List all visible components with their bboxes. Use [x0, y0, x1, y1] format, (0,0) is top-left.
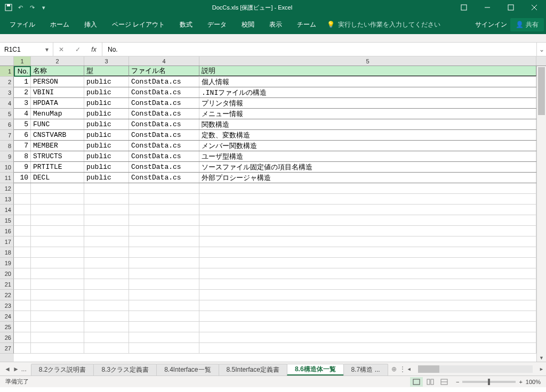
tab-review[interactable]: 校閲 [234, 15, 262, 34]
row-header[interactable]: 21 [0, 279, 14, 290]
cell-area[interactable]: No.名称型ファイル名説明1PERSONpublicConstData.cs個人… [14, 66, 536, 362]
cell[interactable] [129, 322, 199, 332]
sheet-next-icon[interactable]: ► [13, 365, 19, 373]
cell[interactable] [199, 236, 536, 247]
page-break-view-icon[interactable] [438, 377, 451, 387]
cell[interactable]: public [84, 130, 129, 140]
cell[interactable]: ConstData.cs [129, 141, 199, 151]
cell[interactable] [14, 194, 31, 204]
row-header[interactable]: 4 [0, 98, 14, 109]
cell[interactable] [14, 258, 31, 268]
row-header[interactable]: 24 [0, 311, 14, 322]
row-header[interactable]: 6 [0, 119, 14, 130]
cell[interactable] [199, 205, 536, 215]
cell[interactable] [199, 300, 536, 311]
row-header[interactable]: 17 [0, 236, 14, 247]
cell[interactable] [14, 290, 31, 300]
cell[interactable] [129, 183, 199, 193]
cell[interactable]: 個人情報 [199, 77, 536, 87]
cell[interactable]: 4 [14, 109, 31, 119]
cell[interactable] [129, 311, 199, 321]
row-header[interactable]: 3 [0, 87, 14, 98]
cell[interactable] [199, 343, 536, 353]
name-box-dropdown-icon[interactable]: ▾ [45, 46, 49, 53]
column-header[interactable]: 5 [199, 56, 536, 66]
cell[interactable]: ConstData.cs [129, 173, 199, 183]
cell[interactable]: 9 [14, 162, 31, 172]
cell[interactable] [129, 247, 199, 257]
cell[interactable]: ConstData.cs [129, 77, 199, 87]
cell[interactable]: 関数構造 [199, 119, 536, 129]
cell[interactable] [14, 300, 31, 311]
formula-input[interactable]: No. [102, 43, 536, 56]
row-header[interactable]: 7 [0, 130, 14, 141]
cell[interactable] [199, 290, 536, 300]
cell[interactable]: ConstData.cs [129, 162, 199, 172]
cell[interactable]: ConstData.cs [129, 151, 199, 161]
tab-data[interactable]: データ [200, 15, 234, 34]
cell[interactable] [31, 322, 84, 332]
sign-in-link[interactable]: サインイン [475, 20, 507, 29]
zoom-in-button[interactable]: + [519, 379, 522, 385]
cell[interactable] [31, 236, 84, 247]
row-header[interactable]: 18 [0, 247, 14, 258]
tab-page-layout[interactable]: ページ レイアウト [105, 15, 172, 34]
cell[interactable]: 3 [14, 98, 31, 108]
cell[interactable]: CNSTVARB [31, 130, 84, 140]
row-header[interactable]: 19 [0, 258, 14, 268]
row-header[interactable]: 13 [0, 194, 14, 205]
cell[interactable]: プリンタ情報 [199, 98, 536, 108]
cell[interactable] [84, 226, 129, 236]
scroll-down-icon[interactable]: ▼ [537, 354, 546, 362]
row-header[interactable]: 27 [0, 343, 14, 354]
cell[interactable]: ConstData.cs [129, 87, 199, 97]
row-header[interactable]: 16 [0, 226, 14, 236]
cell[interactable]: public [84, 151, 129, 161]
cell[interactable] [31, 332, 84, 342]
cell[interactable]: No. [14, 66, 31, 76]
tab-view[interactable]: 表示 [262, 15, 290, 34]
cell[interactable] [31, 311, 84, 321]
cancel-icon[interactable]: ✕ [59, 46, 64, 53]
cell[interactable] [31, 300, 84, 311]
zoom-knob[interactable] [488, 379, 490, 385]
cell[interactable]: HPDATA [31, 98, 84, 108]
cell[interactable] [84, 236, 129, 247]
hscroll-track[interactable] [418, 365, 533, 373]
zoom-out-button[interactable]: − [456, 379, 459, 385]
row-header[interactable]: 23 [0, 300, 14, 311]
cell[interactable]: ユーザ型構造 [199, 151, 536, 161]
cell[interactable]: メニュー情報 [199, 109, 536, 119]
cell[interactable]: .INIファイルの構造 [199, 87, 536, 97]
cell[interactable]: PERSON [31, 77, 84, 87]
cell[interactable] [31, 215, 84, 225]
cell[interactable] [129, 279, 199, 289]
zoom-slider[interactable] [462, 381, 516, 383]
sheet-more-icon[interactable]: ... [21, 365, 27, 373]
ribbon-options-icon[interactable] [452, 0, 476, 15]
column-header[interactable]: 3 [84, 56, 129, 66]
share-button[interactable]: 👤 共有 [510, 18, 544, 31]
tab-insert[interactable]: 挿入 [77, 15, 105, 34]
sheet-tab[interactable]: 8.7構造 ... [343, 364, 388, 375]
cell[interactable] [129, 226, 199, 236]
sheet-tab[interactable]: 8.3クラス定義書 [93, 364, 157, 375]
cell[interactable] [84, 332, 129, 342]
cell[interactable] [84, 205, 129, 215]
cell[interactable]: メンバー関数構造 [199, 141, 536, 151]
column-header[interactable]: 2 [31, 56, 84, 66]
row-header[interactable]: 5 [0, 109, 14, 119]
row-header[interactable]: 2 [0, 77, 14, 87]
tab-file[interactable]: ファイル [2, 15, 43, 34]
cell[interactable]: ソースファイル固定値の項目名構造 [199, 162, 536, 172]
cell[interactable]: 名称 [31, 66, 84, 76]
row-header[interactable]: 14 [0, 205, 14, 215]
cell[interactable] [129, 290, 199, 300]
cell[interactable] [199, 247, 536, 257]
cell[interactable] [84, 279, 129, 289]
cell[interactable] [199, 183, 536, 193]
cell[interactable] [129, 258, 199, 268]
cell[interactable]: MenuMap [31, 109, 84, 119]
cell[interactable]: 説明 [199, 66, 536, 76]
cell[interactable] [199, 268, 536, 279]
